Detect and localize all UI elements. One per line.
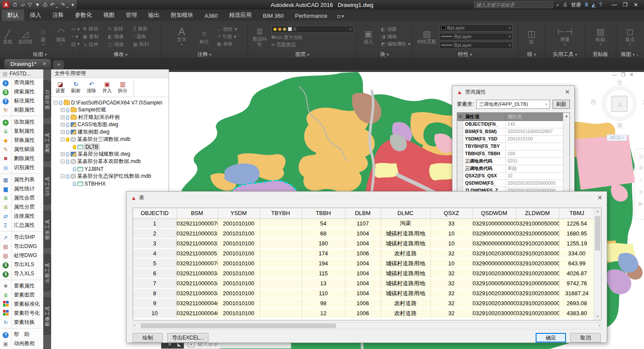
bulb-icon[interactable]	[66, 108, 69, 112]
palette-item-帮 助[interactable]: ?帮 助	[0, 330, 43, 339]
data-cell[interactable]: 1006	[345, 298, 381, 308]
tree-node[interactable]: +村庄规划演示样例	[53, 114, 169, 121]
data-cell[interactable]: 32	[430, 298, 472, 308]
data-cell[interactable]: 9742.76	[559, 278, 595, 288]
data-cell[interactable]	[260, 258, 302, 268]
leader-button[interactable]: ↗引线▾	[217, 33, 237, 39]
data-cell[interactable]: 12	[302, 308, 345, 318]
plot-icon[interactable]: ⎙	[43, 2, 47, 8]
expand-icon[interactable]: +	[61, 130, 65, 134]
ribbon-tab-参数化[interactable]: 参数化	[69, 10, 98, 21]
query-attr-row[interactable]: OBJECTID(FN_145	[457, 121, 569, 128]
palette-item-要素图层[interactable]: ≣要素图层	[0, 290, 43, 300]
data-cell[interactable]	[260, 248, 302, 258]
exchange-icon[interactable]: X	[585, 2, 588, 8]
attr-name-column-header[interactable]: 属性项	[463, 113, 506, 121]
table-row[interactable]: 9032921100000402001010100981006农村道路32032…	[133, 298, 595, 308]
data-cell[interactable]: 03292110000034	[176, 278, 218, 288]
data-cell[interactable]: 2001010100	[218, 238, 260, 248]
data-cell[interactable]: 032910020300000	[516, 258, 559, 268]
redo-icon[interactable]: ↷ ˬ	[61, 2, 68, 8]
row-number-cell[interactable]: 9	[133, 298, 176, 308]
data-cell[interactable]: 032910000500000	[516, 228, 559, 238]
bulb-icon[interactable]	[66, 152, 69, 157]
tree-node[interactable]: +Sample控规	[53, 106, 169, 114]
data-cell[interactable]	[260, 308, 302, 318]
match-properties-button[interactable]: ▤特性匹配	[417, 29, 436, 44]
panel-properties-label[interactable]: 特性 ▾	[412, 51, 518, 58]
data-cell[interactable]: 2001010100	[218, 258, 260, 268]
ribbon-tab-附加模块[interactable]: 附加模块	[165, 10, 199, 21]
data-cell[interactable]: 城镇村道路用地	[381, 258, 430, 268]
column-header-DLMC[interactable]: DLMC	[381, 208, 430, 219]
data-cell[interactable]: 农村道路	[381, 248, 430, 258]
xref-toolbar-刷新[interactable]: ↻刷新	[68, 81, 83, 94]
data-cell[interactable]: 03292110000051	[176, 248, 218, 258]
expand-icon[interactable]: +	[61, 123, 65, 127]
palette-item-属性统计[interactable]: ▆属性统计	[0, 184, 43, 193]
refresh-button[interactable]: 刷新	[553, 100, 570, 109]
view-cube[interactable]: 上 北 南 西 东	[600, 80, 639, 132]
panel-draw-label[interactable]: 绘图 ▾	[0, 51, 80, 58]
quick-access-toolbar[interactable]: A🗋▱▽▼⎙↶ ˬ↷ ˬ▾	[0, 0, 77, 10]
collapse-icon[interactable]: −	[61, 137, 65, 141]
help-icon[interactable]: ?	[599, 2, 602, 8]
restore-button[interactable]: ❐	[623, 2, 628, 8]
data-cell[interactable]: 1004	[345, 228, 381, 238]
tree-node[interactable]: DLTB	[53, 143, 169, 150]
data-cell[interactable]: 1004	[345, 288, 381, 298]
ribbon-tab-输出[interactable]: 输出	[143, 10, 165, 21]
expand-icon[interactable]: +	[61, 115, 65, 119]
row-number-cell[interactable]: 4	[133, 248, 176, 258]
query-attr-row[interactable]: YSDM(FS_YSD2001010100	[457, 136, 569, 143]
palette-item-添加属性[interactable]: +添加属性	[0, 117, 43, 127]
view-cube-top-face[interactable]: 上	[611, 96, 628, 112]
open-folder-icon[interactable]: ▱	[21, 2, 25, 8]
bulb-icon[interactable]	[66, 123, 69, 127]
bulb-icon[interactable]	[73, 145, 76, 149]
scroll-left-icon[interactable]: ‹	[134, 323, 135, 328]
file-tab-drawing1[interactable]: Drawing1*✕	[4, 59, 51, 69]
dimension-button[interactable]: ⌗标注	[194, 29, 214, 44]
palette-item-处理DWG[interactable]: ▤处理DWG	[0, 251, 43, 260]
data-cell[interactable]: 03292110000034	[176, 288, 218, 298]
view-cube-north[interactable]: 北	[600, 79, 639, 87]
match-layer-button[interactable]: ≋匹配图层	[271, 42, 354, 48]
query-attr-row[interactable]: TBYBH(FS_TBY	[457, 143, 569, 150]
data-cell[interactable]: 032910000500000	[472, 278, 516, 288]
palette-item-查询属性[interactable]: i查询属性	[0, 78, 43, 87]
color-combo[interactable]: ByLayer▾	[439, 24, 513, 32]
collapse-icon[interactable]: −	[61, 174, 65, 178]
collapse-all-icon[interactable]: ⊟	[457, 113, 463, 121]
tree-node[interactable]: YJJBNT	[53, 165, 169, 173]
modify-tool-拉伸[interactable]: ↘拉伸	[83, 40, 108, 48]
measure-button[interactable]: ⊢⊣测量▾	[555, 27, 575, 46]
panel-view-label[interactable]: 视图 ▾ ⌄	[616, 51, 644, 58]
data-cell[interactable]: 032910020300000	[516, 298, 559, 308]
data-cell[interactable]: 180	[302, 238, 345, 248]
query-grid-scrollbar[interactable]: ▲	[563, 113, 569, 196]
data-cell[interactable]: 32	[430, 248, 472, 258]
table-row[interactable]: 30329211000003220010101001801004城镇村道路用地1…	[133, 238, 595, 248]
draw-tool-圆[interactable]: ○圆▾	[36, 27, 51, 46]
table-dialog-close-icon[interactable]: ✕	[597, 194, 602, 201]
data-cell[interactable]: 03292110000032	[176, 238, 218, 248]
new-tab-button[interactable]: +	[53, 60, 64, 69]
palette-item-动画教程[interactable]: ▣动画教程	[0, 339, 43, 348]
group-button[interactable]: ◫组	[522, 29, 542, 44]
data-cell[interactable]: 4383.80	[559, 308, 595, 318]
bulb-icon[interactable]	[66, 130, 69, 134]
search-icon[interactable]: ⌕	[556, 2, 559, 8]
insert-block-button[interactable]: ▣插入	[358, 29, 378, 44]
tree-node[interactable]: −D:\FastSoft\GPCADKX64 V7.0\Sample\	[53, 99, 169, 106]
data-cell[interactable]	[260, 219, 302, 228]
query-dialog-close-icon[interactable]: ✕	[565, 88, 570, 95]
data-cell[interactable]: 农村道路	[381, 308, 430, 318]
table-row[interactable]: 50329211000007020010101001941004城镇村道路用地1…	[133, 258, 595, 268]
viewport-minimize-icon[interactable]: —	[612, 72, 617, 78]
data-cell[interactable]: 2001010100	[218, 278, 260, 288]
ribbon-tab-视图[interactable]: 视图	[98, 10, 120, 21]
data-cell[interactable]: 1006	[345, 308, 381, 318]
close-tab-icon[interactable]: ✕	[42, 61, 46, 67]
query-dialog-titlebar[interactable]: ▲ 查询属性 ✕	[452, 86, 574, 98]
